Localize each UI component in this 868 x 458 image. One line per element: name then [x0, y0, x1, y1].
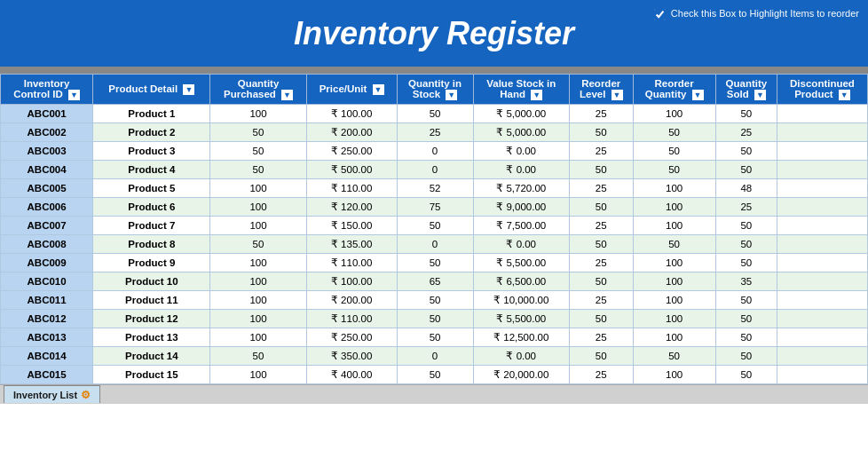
table-cell: ₹ 5,500.00 — [473, 309, 569, 328]
table-cell: 0 — [397, 141, 473, 160]
table-cell — [777, 346, 867, 365]
table-cell: 50 — [715, 141, 777, 160]
col-dropdown-product-detail[interactable]: ▼ — [183, 84, 194, 95]
table-row: ABC006Product 6100₹ 120.0075₹ 9,000.0050… — [1, 197, 868, 216]
table-cell: ₹ 10,000.00 — [473, 290, 569, 309]
table-cell: 100 — [210, 178, 306, 197]
table-cell: 50 — [715, 234, 777, 253]
col-dropdown-value-stock[interactable]: ▼ — [531, 90, 542, 100]
table-cell: 100 — [633, 309, 715, 328]
table-cell: 50 — [715, 290, 777, 309]
col-dropdown-reorder-level[interactable]: ▼ — [612, 90, 623, 100]
table-cell — [777, 253, 867, 272]
table-cell — [777, 141, 867, 160]
col-dropdown-reorder-qty[interactable]: ▼ — [692, 90, 704, 100]
tab-icon: ⚙ — [81, 389, 91, 401]
highlight-reorder-checkbox[interactable] — [654, 9, 666, 20]
table-header-row: InventoryControl ID ▼ Product Detail ▼ Q… — [1, 75, 868, 105]
table-cell: 25 — [569, 328, 633, 346]
table-cell: 25 — [397, 122, 473, 141]
col-dropdown-qty-sold[interactable]: ▼ — [754, 90, 766, 100]
table-cell: 50 — [715, 328, 777, 346]
inventory-table: InventoryControl ID ▼ Product Detail ▼ Q… — [0, 74, 868, 384]
table-cell: ABC005 — [1, 178, 93, 197]
table-cell: ₹ 120.00 — [306, 197, 397, 216]
table-cell: 50 — [715, 309, 777, 328]
col-header-value-stock[interactable]: Value Stock inHand ▼ — [473, 75, 569, 105]
col-header-price-unit[interactable]: Price/Unit ▼ — [306, 75, 397, 105]
col-header-qty-stock[interactable]: Quantity inStock ▼ — [397, 75, 473, 105]
table-cell: 50 — [210, 346, 306, 365]
table-cell: 50 — [210, 141, 306, 160]
table-row: ABC012Product 12100₹ 110.0050₹ 5,500.005… — [1, 309, 868, 328]
table-cell: Product 1 — [93, 104, 210, 122]
col-dropdown-qty-purchased[interactable]: ▼ — [281, 90, 293, 100]
table-cell: 100 — [633, 365, 715, 383]
table-cell: 100 — [633, 272, 715, 290]
col-dropdown-discontinued[interactable]: ▼ — [839, 90, 850, 100]
tab-bar: Inventory List ⚙ — [0, 384, 868, 404]
table-cell — [777, 290, 867, 309]
table-cell: 50 — [397, 216, 473, 234]
table-cell — [777, 234, 867, 253]
table-cell: ₹ 0.00 — [473, 346, 569, 365]
table-cell: 50 — [633, 141, 715, 160]
table-cell: 25 — [569, 216, 633, 234]
table-cell: ₹ 200.00 — [306, 290, 397, 309]
table-row: ABC010Product 10100₹ 100.0065₹ 6,500.005… — [1, 272, 868, 290]
table-cell: ABC006 — [1, 197, 93, 216]
table-cell: 50 — [633, 234, 715, 253]
table-cell: 25 — [569, 141, 633, 160]
table-row: ABC005Product 5100₹ 110.0052₹ 5,720.0025… — [1, 178, 868, 197]
table-cell: 50 — [210, 122, 306, 141]
highlight-reorder-area[interactable]: Check this Box to Highlight Items to reo… — [654, 7, 859, 20]
tab-inventory-list-label: Inventory List — [13, 390, 77, 400]
table-cell: ₹ 7,500.00 — [473, 216, 569, 234]
table-cell: 25 — [569, 178, 633, 197]
table-cell: ₹ 250.00 — [306, 141, 397, 160]
table-cell: 50 — [715, 253, 777, 272]
table-row: ABC007Product 7100₹ 150.0050₹ 7,500.0025… — [1, 216, 868, 234]
col-header-discontinued[interactable]: DiscontinuedProduct ▼ — [777, 75, 867, 105]
table-cell: 50 — [715, 216, 777, 234]
table-cell: 48 — [715, 178, 777, 197]
table-cell: 50 — [633, 346, 715, 365]
col-dropdown-qty-stock[interactable]: ▼ — [446, 90, 457, 100]
table-cell — [777, 160, 867, 178]
table-cell — [777, 365, 867, 383]
table-cell: 50 — [397, 253, 473, 272]
table-cell: 50 — [397, 365, 473, 383]
table-cell: ABC013 — [1, 328, 93, 346]
col-header-reorder-qty[interactable]: ReorderQuantity ▼ — [633, 75, 715, 105]
table-cell: ₹ 250.00 — [306, 328, 397, 346]
table-cell: 50 — [397, 104, 473, 122]
table-cell: 100 — [633, 216, 715, 234]
table-cell: ₹ 5,000.00 — [473, 122, 569, 141]
table-cell: Product 7 — [93, 216, 210, 234]
col-header-qty-sold[interactable]: QuantitySold ▼ — [715, 75, 777, 105]
col-header-control-id[interactable]: InventoryControl ID ▼ — [1, 75, 93, 105]
table-cell: ABC002 — [1, 122, 93, 141]
table-row: ABC009Product 9100₹ 110.0050₹ 5,500.0025… — [1, 253, 868, 272]
col-dropdown-control-id[interactable]: ▼ — [68, 90, 80, 100]
table-cell: ₹ 9,000.00 — [473, 197, 569, 216]
col-header-qty-purchased[interactable]: QuantityPurchased ▼ — [210, 75, 306, 105]
table-row: ABC013Product 13100₹ 250.0050₹ 12,500.00… — [1, 328, 868, 346]
table-cell: 0 — [397, 160, 473, 178]
table-cell — [777, 178, 867, 197]
col-header-reorder-level[interactable]: ReorderLevel ▼ — [569, 75, 633, 105]
table-cell: ABC007 — [1, 216, 93, 234]
table-cell: 35 — [715, 272, 777, 290]
tab-inventory-list[interactable]: Inventory List ⚙ — [4, 385, 100, 403]
table-cell: 50 — [715, 160, 777, 178]
table-cell: ₹ 110.00 — [306, 309, 397, 328]
col-dropdown-price-unit[interactable]: ▼ — [373, 84, 384, 95]
table-cell: 100 — [210, 290, 306, 309]
table-cell: 50 — [210, 234, 306, 253]
table-cell: ₹ 500.00 — [306, 160, 397, 178]
table-row: ABC003Product 350₹ 250.000₹ 0.00255050 — [1, 141, 868, 160]
table-cell: ABC003 — [1, 141, 93, 160]
col-header-product-detail[interactable]: Product Detail ▼ — [93, 75, 210, 105]
table-cell: 100 — [210, 197, 306, 216]
table-cell: 100 — [633, 290, 715, 309]
